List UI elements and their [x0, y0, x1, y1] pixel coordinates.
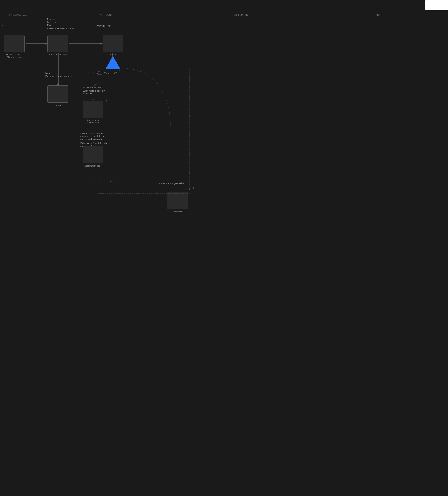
popup-page-content-item: [431, 5, 446, 8]
setup-note-1: •Are you selling?: [95, 25, 111, 27]
home-to-reg-line: [25, 43, 48, 43]
svg-marker-11: [194, 187, 194, 189]
choose-marketplace-box: [83, 101, 104, 118]
col-header-account: ACCOUNT: [38, 14, 175, 16]
login-page-label: Login page: [47, 104, 68, 106]
dashboard-notes: •Next steps to get started: [160, 182, 184, 185]
setup-to-triangle-line: [112, 53, 113, 57]
reg-note-4: •Password - Password reveal: [45, 27, 74, 30]
setup-notes: •Are you selling?: [95, 25, 111, 27]
conf-to-dashboard-line: [93, 186, 189, 193]
no-branch-connector: [114, 67, 186, 191]
dashboard-page-box: [167, 192, 188, 209]
dashboard-page-label: Dashboard: [167, 210, 188, 213]
no-vert-right: [189, 68, 189, 193]
no-branch-horiz: [113, 67, 190, 68]
home-page-label: Home / Landing /Marketing page: [4, 54, 25, 58]
registration-notes: •First name •Last name •Email •Password …: [45, 18, 74, 30]
popup-menu: [425, 0, 448, 10]
reg-note-3: •Email: [45, 24, 74, 26]
dashboard-note-1: •Next steps to get started: [160, 182, 184, 185]
reg-to-login-line: [57, 53, 58, 86]
ideas-section: • •: [2, 21, 4, 27]
no-branch-bottom-horiz: [97, 193, 190, 194]
yes-dot-line: [92, 72, 111, 91]
popup-ideas-item[interactable]: [431, 2, 446, 5]
col-header-more: MORE: [311, 14, 448, 16]
reg-note-2: •Last name: [45, 21, 74, 23]
setup-page-label: Setup: [103, 54, 123, 56]
login-page-box: [47, 85, 68, 103]
reg-note-1: •First name: [45, 18, 74, 20]
col-header-landing: LANDING PAGE: [0, 14, 38, 16]
svg-point-18: [106, 73, 107, 74]
conf-line-down: [93, 164, 93, 186]
idea-item-2: •: [2, 24, 4, 27]
svg-line-17: [94, 74, 107, 86]
registration-page-box: [47, 35, 68, 52]
choose-to-conf-line: [93, 118, 93, 147]
setup-page-box: [103, 35, 123, 52]
idea-item-1: •: [2, 21, 4, 23]
reg-to-setup-line: [69, 43, 103, 43]
home-page-box: [4, 35, 25, 52]
confirmation-page-box: [83, 146, 104, 163]
col-header-setup: SETUP / INFO: [175, 14, 311, 16]
